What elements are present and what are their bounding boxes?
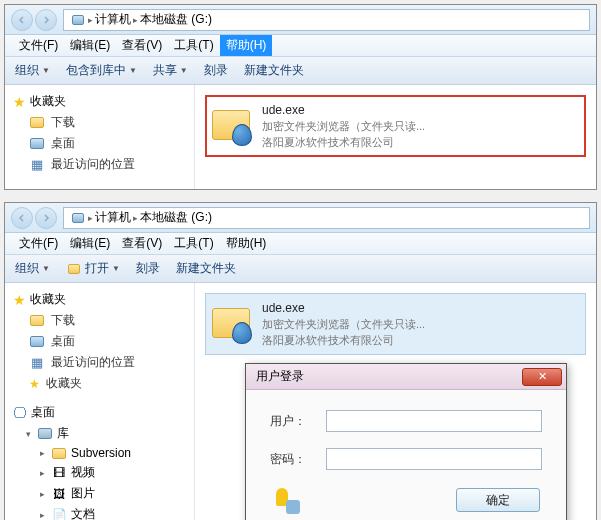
user-input[interactable] [326, 410, 542, 432]
expand-icon[interactable]: ▸ [37, 468, 47, 478]
chevron-icon: ▸ [133, 213, 138, 223]
file-item-ude[interactable]: ude.exe 加密文件夹浏览器（文件夹只读... 洛阳夏冰软件技术有限公司 [205, 95, 586, 157]
tool-organize[interactable]: 组织▼ [15, 62, 50, 79]
menubar: 文件(F) 编辑(E) 查看(V) 工具(T) 帮助(H) [5, 35, 596, 57]
nav-arrows [11, 207, 57, 229]
expand-icon[interactable]: ▸ [37, 489, 47, 499]
row-user: 用户： [270, 410, 542, 432]
desktop-icon [29, 335, 45, 349]
key-icon [272, 486, 300, 514]
menu-tools[interactable]: 工具(T) [168, 235, 219, 252]
tree-pictures[interactable]: ▸🖼图片 [9, 483, 190, 504]
sidebar-recent[interactable]: ▦最近访问的位置 [9, 154, 190, 175]
sidebar-desktop[interactable]: 桌面 [9, 133, 190, 154]
sidebar-desktop-group[interactable]: 🖵桌面 [9, 402, 190, 423]
menu-help[interactable]: 帮助(H) [220, 35, 273, 56]
document-icon: 📄 [51, 508, 67, 521]
exe-icon [212, 304, 252, 344]
tool-newfolder[interactable]: 新建文件夹 [176, 260, 236, 277]
sidebar-downloads[interactable]: 下载 [9, 112, 190, 133]
dialog-body: 用户： 密码： 确定 [246, 390, 566, 520]
chevron-icon: ▸ [133, 15, 138, 25]
chevron-down-icon: ▼ [42, 66, 50, 75]
exe-icon [212, 106, 252, 146]
breadcrumb-seg[interactable]: 计算机 [95, 11, 131, 28]
dialog-title: 用户登录 [256, 368, 304, 385]
tree-documents[interactable]: ▸📄文档 [9, 504, 190, 520]
menu-tools[interactable]: 工具(T) [168, 37, 219, 54]
breadcrumb-seg[interactable]: 本地磁盘 (G:) [140, 11, 212, 28]
file-desc: 加密文件夹浏览器（文件夹只读... [262, 118, 425, 134]
file-item-ude[interactable]: ude.exe 加密文件夹浏览器（文件夹只读... 洛阳夏冰软件技术有限公司 [205, 293, 586, 355]
file-meta: ude.exe 加密文件夹浏览器（文件夹只读... 洛阳夏冰软件技术有限公司 [262, 300, 425, 348]
tree-library[interactable]: ▾库 [9, 423, 190, 444]
menu-help[interactable]: 帮助(H) [220, 235, 273, 252]
expand-icon[interactable]: ▸ [37, 448, 47, 458]
chevron-icon: ▸ [88, 213, 93, 223]
tool-include[interactable]: 包含到库中▼ [66, 62, 137, 79]
menubar: 文件(F) 编辑(E) 查看(V) 工具(T) 帮助(H) [5, 233, 596, 255]
back-button[interactable] [11, 9, 33, 31]
recent-icon: ▦ [29, 158, 45, 172]
close-icon: ✕ [538, 370, 547, 383]
drive-icon [70, 211, 86, 225]
sidebar-favorites[interactable]: ★收藏夹 [9, 91, 190, 112]
user-label: 用户： [270, 413, 326, 430]
close-button[interactable]: ✕ [522, 368, 562, 386]
tree-subversion[interactable]: ▸Subversion [9, 444, 190, 462]
explorer-window-1: ▸ 计算机 ▸ 本地磁盘 (G:) 文件(F) 编辑(E) 查看(V) 工具(T… [4, 4, 597, 190]
menu-view[interactable]: 查看(V) [116, 235, 168, 252]
menu-file[interactable]: 文件(F) [13, 235, 64, 252]
breadcrumb-seg[interactable]: 计算机 [95, 209, 131, 226]
back-button[interactable] [11, 207, 33, 229]
file-meta: ude.exe 加密文件夹浏览器（文件夹只读... 洛阳夏冰软件技术有限公司 [262, 102, 425, 150]
ok-button[interactable]: 确定 [456, 488, 540, 512]
sidebar-recent[interactable]: ▦最近访问的位置 [9, 352, 190, 373]
picture-icon: 🖼 [51, 487, 67, 501]
sidebar: ★收藏夹 下载 桌面 ▦最近访问的位置 ★收藏夹 🖵桌面 ▾库 ▸Subvers… [5, 283, 195, 520]
tool-share[interactable]: 共享▼ [153, 62, 188, 79]
dialog-titlebar[interactable]: 用户登录 ✕ [246, 364, 566, 390]
toolbar: 组织▼ 打开▼ 刻录 新建文件夹 [5, 255, 596, 283]
tool-burn[interactable]: 刻录 [204, 62, 228, 79]
explorer-window-2: ▸ 计算机 ▸ 本地磁盘 (G:) 文件(F) 编辑(E) 查看(V) 工具(T… [4, 202, 597, 520]
sidebar-favorites-2[interactable]: ★收藏夹 [9, 373, 190, 394]
folder-icon [29, 116, 45, 130]
tool-newfolder[interactable]: 新建文件夹 [244, 62, 304, 79]
sidebar-downloads[interactable]: 下载 [9, 310, 190, 331]
monitor-icon: 🖵 [13, 405, 27, 421]
chevron-down-icon: ▼ [180, 66, 188, 75]
row-pass: 密码： [270, 448, 542, 470]
sidebar-desktop[interactable]: 桌面 [9, 331, 190, 352]
menu-file[interactable]: 文件(F) [13, 37, 64, 54]
tool-burn[interactable]: 刻录 [136, 260, 160, 277]
nav-arrows [11, 9, 57, 31]
chevron-down-icon: ▼ [129, 66, 137, 75]
login-dialog: 用户登录 ✕ 用户： 密码： 确定 [245, 363, 567, 520]
address-bar[interactable]: ▸ 计算机 ▸ 本地磁盘 (G:) [63, 9, 590, 31]
file-name: ude.exe [262, 102, 425, 118]
breadcrumb-seg[interactable]: 本地磁盘 (G:) [140, 209, 212, 226]
sidebar-favorites[interactable]: ★收藏夹 [9, 289, 190, 310]
expand-icon[interactable]: ▸ [37, 510, 47, 520]
window-body: ★收藏夹 下载 桌面 ▦最近访问的位置 ude.exe 加密文件夹浏览器（文件夹… [5, 85, 596, 189]
sidebar: ★收藏夹 下载 桌面 ▦最近访问的位置 [5, 85, 195, 189]
tool-organize[interactable]: 组织▼ [15, 260, 50, 277]
dialog-footer: 确定 [270, 486, 542, 518]
forward-button[interactable] [35, 9, 57, 31]
tree-videos[interactable]: ▸🎞视频 [9, 462, 190, 483]
pass-input[interactable] [326, 448, 542, 470]
address-bar[interactable]: ▸ 计算机 ▸ 本地磁盘 (G:) [63, 207, 590, 229]
expand-icon[interactable]: ▾ [23, 429, 33, 439]
tool-open[interactable]: 打开▼ [66, 260, 120, 277]
menu-edit[interactable]: 编辑(E) [64, 235, 116, 252]
menu-edit[interactable]: 编辑(E) [64, 37, 116, 54]
star-icon: ★ [13, 94, 26, 110]
star-icon: ★ [29, 377, 40, 391]
menu-view[interactable]: 查看(V) [116, 37, 168, 54]
file-desc: 加密文件夹浏览器（文件夹只读... [262, 316, 425, 332]
content-pane[interactable]: ude.exe 加密文件夹浏览器（文件夹只读... 洛阳夏冰软件技术有限公司 [195, 85, 596, 189]
recent-icon: ▦ [29, 356, 45, 370]
file-name: ude.exe [262, 300, 425, 316]
forward-button[interactable] [35, 207, 57, 229]
